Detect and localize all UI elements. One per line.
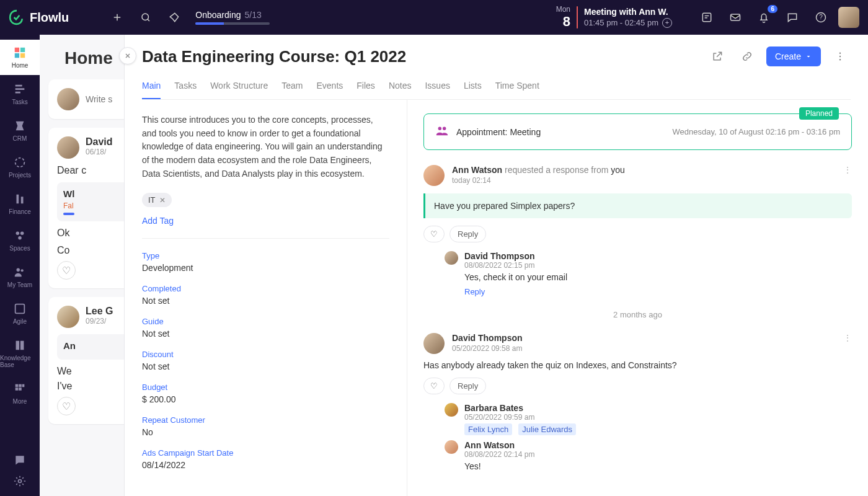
more-menu-button[interactable] — [830, 46, 851, 67]
record-description: This course introduces you to the core c… — [142, 113, 389, 180]
search-button[interactable] — [135, 6, 157, 29]
like-button[interactable]: ♡ — [57, 261, 76, 280]
rail-label: Finance — [9, 208, 31, 215]
crm-icon — [13, 119, 27, 133]
reply-author[interactable]: Barbara Bates — [464, 403, 534, 413]
field-completed[interactable]: CompletedNot set — [142, 284, 389, 306]
tab-main[interactable]: Main — [142, 76, 161, 99]
activity-author[interactable]: Ann Watson — [452, 165, 502, 175]
notes-button[interactable] — [696, 6, 718, 29]
next-meeting-title: Meeting with Ann W. — [584, 7, 672, 18]
reply-author[interactable]: David Thompson — [464, 251, 535, 261]
reply-timestamp: 08/08/2022 02:15 pm — [464, 261, 535, 270]
rail-tasks[interactable]: Tasks — [0, 76, 40, 112]
create-button[interactable]: Create — [766, 46, 821, 66]
home-icon — [13, 46, 27, 60]
open-new-button[interactable] — [707, 46, 728, 67]
brand-text: Flowlu — [30, 11, 69, 25]
rail-home[interactable]: Home — [0, 40, 40, 75]
svg-point-0 — [142, 14, 149, 20]
mention-chip[interactable]: Felix Lynch — [464, 423, 512, 435]
tag-remove-button[interactable]: ✕ — [159, 196, 166, 205]
tab-time-spent[interactable]: Time Spent — [495, 76, 539, 99]
add-button[interactable] — [106, 6, 128, 29]
tab-team[interactable]: Team — [281, 76, 303, 99]
pin-icon — [168, 11, 180, 24]
rail-label: Agile — [13, 318, 27, 325]
post-author: Lee G — [86, 306, 113, 317]
notifications-button[interactable]: 6 — [753, 6, 775, 29]
appointment-time: Wednesday, 10 of August 02:16 pm - 03:16… — [672, 127, 840, 136]
field-value: Development — [142, 263, 389, 273]
add-meeting-button[interactable]: + — [662, 18, 672, 28]
field-ads-campaign-start-date[interactable]: Ads Campaign Start Date08/14/2022 — [142, 448, 389, 470]
copy-link-button[interactable] — [737, 46, 758, 67]
field-type[interactable]: TypeDevelopment — [142, 251, 389, 273]
intercom-icon[interactable] — [14, 454, 26, 466]
rail-spaces[interactable]: Spaces — [0, 223, 40, 258]
tab-notes[interactable]: Notes — [389, 76, 412, 99]
activity-author[interactable]: David Thompson — [452, 333, 836, 343]
svg-point-5 — [16, 158, 25, 167]
field-label: Ads Campaign Start Date — [142, 448, 389, 458]
note-icon — [701, 11, 713, 24]
date-widget[interactable]: Mon 8 Meeting with Ann W. 01:45 pm - 02:… — [556, 6, 672, 29]
svg-point-7 — [20, 232, 24, 236]
rail-projects[interactable]: Projects — [0, 149, 40, 185]
tab-tasks[interactable]: Tasks — [174, 76, 197, 99]
like-button[interactable]: ♡ — [423, 378, 445, 394]
tag-chip[interactable]: IT ✕ — [142, 193, 172, 207]
pin-button[interactable] — [163, 6, 185, 29]
activity-menu-button[interactable]: ⋮ — [843, 165, 852, 186]
kb-icon — [13, 339, 27, 352]
rail-crm[interactable]: CRM — [0, 113, 40, 148]
rail-team[interactable]: My Team — [0, 259, 40, 294]
rail-finance[interactable]: Finance — [0, 186, 40, 221]
date-divider — [577, 6, 578, 29]
activity-menu-button[interactable]: ⋮ — [843, 333, 852, 354]
help-button[interactable]: ? — [810, 6, 832, 29]
field-label: Discount — [142, 350, 389, 359]
record-tabs: MainTasksWork StructureTeamEventsFilesNo… — [142, 76, 851, 100]
chat-button[interactable] — [781, 6, 804, 29]
tab-files[interactable]: Files — [356, 76, 375, 99]
post-author: David — [86, 136, 113, 148]
tab-issues[interactable]: Issues — [425, 76, 450, 99]
field-guide[interactable]: GuideNot set — [142, 317, 389, 339]
field-discount[interactable]: DiscountNot set — [142, 350, 389, 371]
add-tag-button[interactable]: Add Tag — [142, 216, 389, 226]
field-budget[interactable]: Budget$ 200.00 — [142, 383, 389, 404]
tab-events[interactable]: Events — [317, 76, 343, 99]
appointment-card[interactable]: Planned Appointment: Meeting Wednesday, … — [423, 113, 852, 150]
record-panel: Data Engineering Course: Q1 2022 Create … — [124, 35, 868, 496]
field-repeat-customer[interactable]: Repeat CustomerNo — [142, 415, 389, 437]
like-button[interactable]: ♡ — [423, 226, 445, 242]
rail-label: CRM — [13, 135, 27, 142]
onboarding-progress — [195, 22, 270, 25]
settings-icon[interactable] — [14, 475, 26, 487]
reply-button[interactable]: Reply — [450, 226, 486, 242]
like-button[interactable]: ♡ — [57, 397, 76, 415]
rail-more[interactable]: More — [0, 376, 40, 411]
link-icon — [741, 50, 753, 63]
svg-point-18 — [839, 53, 841, 54]
mail-button[interactable] — [724, 6, 746, 29]
activity-avatar — [423, 165, 445, 186]
tab-lists[interactable]: Lists — [464, 76, 482, 99]
close-panel-button[interactable] — [119, 47, 136, 64]
reply-link[interactable]: Reply — [464, 287, 852, 296]
activity-avatar — [423, 333, 445, 354]
appointment-status: Planned — [799, 107, 839, 120]
mention-chip[interactable]: Julie Edwards — [518, 423, 576, 435]
user-avatar[interactable] — [838, 7, 859, 28]
chat-icon — [786, 11, 799, 24]
tab-work-structure[interactable]: Work Structure — [210, 76, 268, 99]
reply-author[interactable]: Ann Watson — [464, 440, 534, 450]
rail-agile[interactable]: Agile — [0, 296, 40, 331]
logo[interactable]: Flowlu — [9, 9, 69, 25]
rail-kb[interactable]: Knowledge Base — [0, 332, 40, 374]
field-label: Repeat Customer — [142, 415, 389, 425]
reply-button[interactable]: Reply — [450, 378, 486, 394]
reply-avatar — [445, 403, 458, 417]
onboarding-widget[interactable]: Onboarding 5/13 — [195, 10, 270, 25]
